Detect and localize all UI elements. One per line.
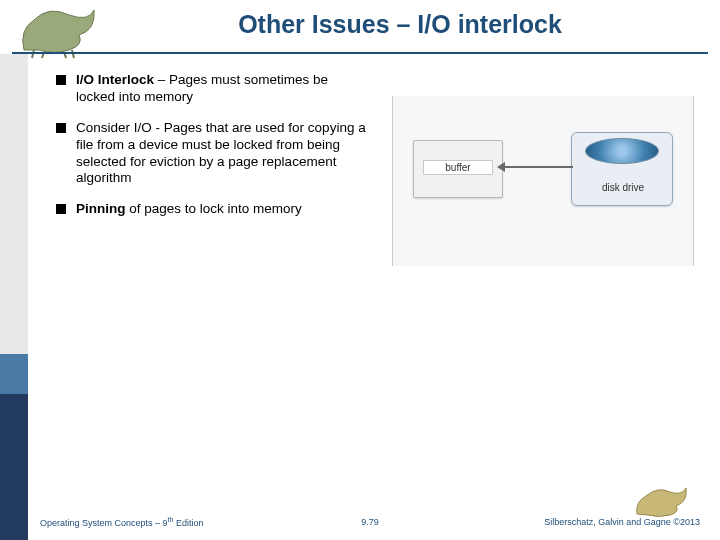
disk-drive-label: disk drive xyxy=(587,182,659,193)
slide: Other Issues – I/O interlock I/O Interlo… xyxy=(0,0,720,540)
buffer-label: buffer xyxy=(423,160,493,175)
bullet-text: of pages to lock into memory xyxy=(126,201,302,216)
dinosaur-top-icon xyxy=(14,0,104,60)
footer-page-number: 9.79 xyxy=(40,517,700,527)
bullet-item: Consider I/O - Pages that are used for c… xyxy=(56,120,366,188)
arrow-left-icon xyxy=(503,166,573,168)
disk-platter-icon xyxy=(585,138,659,164)
bullet-strong: I/O Interlock xyxy=(76,72,154,87)
bullet-item: I/O Interlock – Pages must sometimes be … xyxy=(56,72,366,106)
slide-title: Other Issues – I/O interlock xyxy=(120,10,680,39)
diagram: buffer disk drive xyxy=(392,96,694,266)
bullet-marker-icon xyxy=(56,123,66,133)
bullet-list: I/O Interlock – Pages must sometimes be … xyxy=(56,72,366,232)
bullet-marker-icon xyxy=(56,204,66,214)
bullet-text: Consider I/O - Pages that are used for c… xyxy=(76,120,366,188)
sidebar-decoration xyxy=(0,54,28,540)
bullet-strong: Pinning xyxy=(76,201,126,216)
footer: Operating System Concepts – 9th Edition … xyxy=(40,514,700,530)
bullet-marker-icon xyxy=(56,75,66,85)
title-rule xyxy=(12,52,708,54)
bullet-item: Pinning of pages to lock into memory xyxy=(56,201,366,218)
